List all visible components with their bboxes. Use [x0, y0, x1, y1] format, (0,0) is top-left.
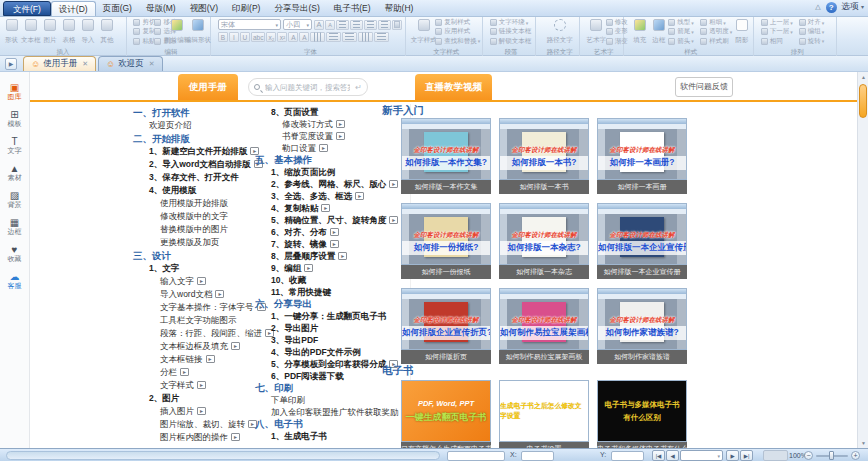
toc-item[interactable]: 6、对齐、分布▸ — [255, 226, 415, 238]
toc-item[interactable]: 五、基本操作▸ — [255, 154, 415, 166]
fill-button[interactable]: 填充 — [630, 18, 649, 46]
text-style-tool-button[interactable]: 复制样式 ▾ — [435, 18, 480, 27]
video-tab-button[interactable]: 直播教学视频 — [415, 74, 492, 100]
toc-item[interactable]: 3、全选、多选、框选▸ — [255, 190, 415, 202]
collapse-ribbon-icon[interactable]: △ — [815, 3, 820, 11]
toc-item[interactable]: 修改装订方式▸ — [255, 118, 415, 130]
video-badge-icon[interactable]: ▸ — [389, 216, 398, 224]
art-text-tool-button[interactable]: 渐变 — [606, 37, 628, 46]
video-badge-icon[interactable]: ▸ — [338, 252, 347, 260]
char-spacing-icon[interactable] — [310, 32, 325, 42]
art-text-tool-button[interactable]: 修改 — [606, 18, 628, 27]
video-badge-icon[interactable]: ▸ — [304, 264, 313, 272]
enter-icon[interactable]: ↵ — [355, 83, 362, 92]
ribbon-insert-button[interactable]: 文本框 — [21, 18, 41, 46]
sidebar-item[interactable]: ▦ 边框 — [0, 213, 29, 240]
align-right-icon[interactable] — [364, 20, 377, 30]
arrange-tool-button[interactable]: 对齐 ▾ — [799, 18, 837, 27]
toc-item[interactable]: 7、旋转、镜像▸ — [255, 238, 415, 250]
menu-item[interactable]: 印刷(P) — [225, 1, 267, 16]
arrange-tool-button[interactable]: 编组 ▾ — [799, 27, 837, 36]
video-badge-icon[interactable]: ▸ — [206, 355, 215, 363]
panel-toggle-icon[interactable]: ▶ — [5, 58, 17, 70]
video-card[interactable]: PDF, Word, PPT 一键生成翻页电子书 已有文档怎么生成翻页电子书 — [401, 380, 491, 448]
art-text-button[interactable]: 艺术字 — [587, 18, 606, 46]
ribbon-insert-button[interactable]: 导入 — [79, 18, 98, 46]
text-image-icon[interactable] — [392, 20, 402, 30]
toc-item[interactable]: 3、导出PDF▸ — [255, 334, 415, 346]
style-tool-button[interactable]: 样式刷 ▾ — [700, 37, 732, 46]
paragraph-tool-button[interactable]: 链接文本框 ▾ — [490, 27, 532, 36]
toc-item[interactable]: 七、印刷▸ — [255, 382, 415, 394]
zoom-out-icon[interactable]: − — [804, 451, 813, 460]
video-badge-icon[interactable]: ▸ — [321, 204, 330, 212]
toc-item[interactable]: 八、电子书▸ — [255, 418, 415, 430]
edit-tool-button[interactable]: 复制 — [133, 27, 154, 36]
scroll-up-icon[interactable]: ▲ — [858, 72, 868, 82]
menu-item[interactable]: 帮助(H) — [378, 1, 421, 16]
sidebar-item[interactable]: ▨ 背景 — [0, 186, 29, 213]
font-format-button[interactable]: B — [218, 32, 228, 42]
video-card[interactable]: 生成电子书之后怎么修改文字设置 电子书设置 — [499, 380, 589, 448]
shadow-button[interactable]: 阴影 — [732, 18, 751, 46]
grow-font-button[interactable]: A — [314, 20, 324, 30]
toc-item[interactable]: 10、收藏▸ — [255, 274, 415, 286]
feedback-button[interactable]: 软件问题反馈 — [675, 77, 733, 97]
video-card[interactable]: 金印客设计师在线讲解 如何排版一本作文集? 如何排版一本作文集 — [401, 118, 491, 194]
close-icon[interactable]: ✕ — [82, 60, 88, 68]
edit-tool-button[interactable]: 粘贴 — [133, 37, 154, 46]
video-badge-icon[interactable]: ▸ — [197, 381, 206, 389]
toc-item[interactable]: 下单印刷▸ — [255, 394, 415, 406]
close-icon[interactable]: ✕ — [149, 60, 155, 68]
menu-item[interactable]: 视图(V) — [183, 1, 225, 16]
font-size-select[interactable]: 小四▾ — [283, 19, 312, 30]
font-format-button[interactable]: A — [299, 32, 309, 42]
video-badge-icon[interactable]: ▸ — [231, 433, 240, 441]
ribbon-insert-button[interactable]: 其他 — [98, 18, 117, 46]
text-style-tool-button[interactable]: 应用样式 ▾ — [435, 27, 480, 36]
toc-item[interactable]: 1、一键分享：生成翻页电子书▸ — [255, 310, 415, 322]
font-format-button[interactable]: A — [288, 32, 298, 42]
video-badge-icon[interactable]: ▸ — [231, 342, 240, 350]
font-format-button[interactable]: I — [229, 32, 239, 42]
toc-item[interactable]: 8、层叠顺序设置▸ — [255, 250, 415, 262]
video-card[interactable]: 电子书与多媒体电子书 有什么区别 电子书和多媒体电子书有什么区别 — [597, 380, 687, 448]
font-format-button[interactable]: x₂ — [266, 32, 276, 42]
align-center-icon[interactable] — [350, 20, 363, 30]
font-format-button[interactable]: abc — [251, 32, 265, 42]
video-badge-icon[interactable]: ▸ — [197, 407, 206, 415]
toc-item[interactable]: 9、编组▸ — [255, 262, 415, 274]
align-justify-icon[interactable] — [378, 20, 391, 30]
next-page-button[interactable]: ▶ — [726, 450, 739, 461]
paragraph-tool-button[interactable]: 解锁文本框 ▾ — [490, 37, 532, 46]
sidebar-item[interactable]: ▣ 图库 — [0, 78, 29, 105]
search-input[interactable] — [263, 82, 352, 93]
toc-item[interactable]: 书脊宽度设置▸ — [255, 130, 415, 142]
toc-item[interactable]: 1、生成电子书▸ — [255, 430, 415, 442]
sidebar-item[interactable]: ☁ 客服 — [0, 267, 29, 294]
video-badge-icon[interactable]: ▸ — [215, 290, 224, 298]
document-tab[interactable]: ☺ 欢迎页 ✕ — [98, 56, 163, 71]
style-tool-button[interactable]: 粗细 ▾ — [700, 18, 732, 27]
toc-item[interactable]: 六、分享导出▸ — [255, 298, 415, 310]
align-left-icon[interactable] — [336, 20, 349, 30]
paragraph-tool-button[interactable]: 文字环绕 ▾ — [490, 18, 532, 27]
text-style-tool-button[interactable]: 查找和替换 ▾ — [435, 37, 480, 46]
menu-item[interactable]: 母版(M) — [139, 1, 183, 16]
sidebar-item[interactable]: ▲ 素材 — [0, 159, 29, 186]
video-badge-icon[interactable]: ▸ — [180, 368, 189, 376]
style-tool-button[interactable]: 箭头 ▾ — [668, 37, 700, 46]
video-card[interactable]: 金印客设计师在线讲解 如何制作家谱族谱? 如何制作家谱族谱 — [597, 288, 687, 364]
toc-item[interactable]: 加入金印客联盟推广软件获取奖励▸ — [255, 406, 415, 418]
menu-item[interactable]: 电子书(E) — [327, 1, 378, 16]
last-page-button[interactable]: ▶| — [740, 450, 753, 461]
style-tool-button[interactable]: 透明度 ▾ — [700, 27, 732, 36]
toc-item[interactable]: 1、缩放页面比例▸ — [255, 166, 415, 178]
ribbon-insert-button[interactable]: 图片 — [41, 18, 60, 46]
menu-item[interactable]: 分享导出(S) — [267, 1, 326, 16]
art-text-tool-button[interactable]: 变形 — [606, 27, 628, 36]
toc-item[interactable]: 5、精确位置、尺寸、旋转角度▸ — [255, 214, 415, 226]
video-badge-icon[interactable]: ▸ — [197, 277, 206, 285]
ribbon-insert-button[interactable]: 表格 — [60, 18, 79, 46]
toc-item[interactable]: 4、导出的PDF文件示例▸ — [255, 346, 415, 358]
